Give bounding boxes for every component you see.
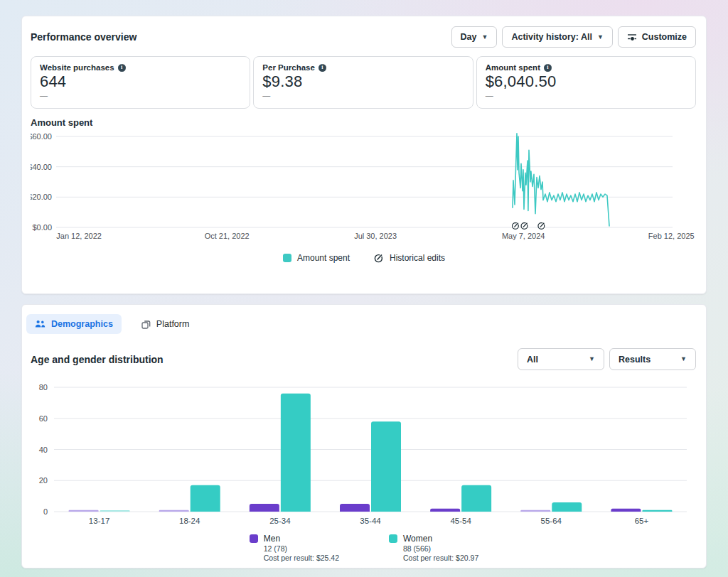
metric-delta: — — [40, 91, 241, 99]
activity-history-label: Activity history: All — [511, 32, 592, 42]
legend-men: Men 12 (78) Cost per result: $25.42 — [250, 534, 339, 562]
svg-text:55-64: 55-64 — [541, 517, 562, 525]
legend-label: Historical edits — [390, 253, 445, 263]
performance-overview-card: Performance overview Day ▼ Activity hist… — [21, 16, 707, 294]
svg-text:45-54: 45-54 — [450, 517, 471, 525]
day-dropdown[interactable]: Day ▼ — [451, 26, 498, 48]
svg-text:Jul 30, 2023: Jul 30, 2023 — [354, 232, 397, 240]
svg-text:65+: 65+ — [635, 517, 649, 525]
svg-text:20: 20 — [39, 476, 48, 485]
legend-name: Men — [264, 534, 339, 544]
svg-text:40: 40 — [39, 446, 48, 454]
svg-text:25-34: 25-34 — [269, 517, 291, 525]
performance-controls: Day ▼ Activity history: All ▼ Customize — [451, 26, 696, 48]
line-chart-title: Amount spent — [22, 109, 706, 128]
metric-label: Per Purchase — [262, 63, 315, 72]
chevron-down-icon: ▼ — [680, 356, 687, 362]
svg-text:$0.00: $0.00 — [32, 223, 52, 232]
legend-name: Women — [403, 534, 478, 544]
legend-historical-edits: Historical edits — [374, 253, 445, 263]
chevron-down-icon: ▼ — [597, 34, 604, 41]
tab-label: Demographics — [51, 319, 113, 329]
performance-title: Performance overview — [31, 31, 136, 43]
women-swatch — [389, 534, 397, 543]
breakdown-select[interactable]: All ▼ — [518, 348, 604, 370]
svg-text:Jan 12, 2022: Jan 12, 2022 — [56, 232, 102, 240]
customize-button[interactable]: Customize — [618, 26, 696, 48]
legend-cost: Cost per result: $25.42 — [264, 554, 339, 562]
metric-per-purchase[interactable]: Per Purchase i $9.38 — — [253, 56, 473, 109]
metric-label: Amount spent — [486, 63, 540, 72]
chevron-down-icon: ▼ — [589, 356, 595, 362]
legend-amount-spent: Amount spent — [283, 253, 350, 263]
metrics-row: Website purchases i 644 — Per Purchase i… — [22, 48, 706, 109]
demographics-filters: All ▼ Results ▼ — [518, 348, 696, 370]
metric-amount-spent[interactable]: Amount spent i $6,040.50 — — [476, 56, 696, 109]
age-gender-chart-svg: 02040608013-1718-2425-3435-4445-5455-646… — [31, 380, 699, 527]
svg-text:$40.00: $40.00 — [31, 163, 52, 171]
breakdown-select-value: All — [527, 355, 538, 365]
men-swatch — [250, 534, 258, 543]
svg-text:$60.00: $60.00 — [31, 132, 52, 141]
tab-platform[interactable]: Platform — [133, 314, 198, 334]
metric-label: Website purchases — [40, 63, 114, 72]
svg-text:Oct 21, 2022: Oct 21, 2022 — [205, 232, 250, 240]
legend-women: Women 88 (566) Cost per result: $20.97 — [389, 534, 478, 562]
svg-text:13-17: 13-17 — [89, 517, 109, 525]
amount-spent-swatch — [283, 254, 291, 262]
metric-delta: — — [262, 91, 464, 99]
demographics-title: Age and gender distribution — [31, 354, 164, 365]
historical-edit-icon — [374, 253, 384, 263]
customize-label: Customize — [642, 32, 687, 42]
activity-history-dropdown[interactable]: Activity history: All ▼ — [502, 26, 612, 48]
amount-spent-chart: $0.00$20.00$40.00$60.00Jan 12, 2022Oct 2… — [22, 128, 706, 247]
legend-stat: 88 (566) — [403, 544, 478, 553]
tab-label: Platform — [156, 319, 190, 329]
svg-text:80: 80 — [39, 383, 48, 392]
day-dropdown-label: Day — [461, 32, 477, 42]
metric-value: $9.38 — [262, 72, 464, 91]
customize-sliders-icon — [627, 32, 637, 42]
legend-label: Amount spent — [297, 253, 350, 263]
breakdown-tabs: Demographics Platform — [22, 305, 706, 334]
people-icon — [35, 320, 46, 328]
age-gender-chart: 02040608013-1718-2425-3435-4445-5455-646… — [22, 370, 706, 529]
metric-value: $6,040.50 — [486, 72, 687, 91]
metric-website-purchases[interactable]: Website purchases i 644 — — [31, 56, 250, 109]
line-chart-legend: Amount spent Historical edits — [22, 253, 706, 263]
svg-text:60: 60 — [39, 414, 48, 423]
svg-text:35-44: 35-44 — [360, 517, 381, 525]
svg-text:May 7, 2024: May 7, 2024 — [502, 232, 545, 240]
tab-demographics[interactable]: Demographics — [26, 314, 122, 334]
metric-select[interactable]: Results ▼ — [609, 348, 696, 370]
info-icon[interactable]: i — [318, 64, 326, 72]
metric-value: 644 — [40, 72, 241, 91]
demographics-card: Demographics Platform Age and gender dis… — [21, 304, 707, 568]
metric-delta: — — [486, 91, 687, 99]
performance-header: Performance overview Day ▼ Activity hist… — [22, 16, 706, 48]
bar-chart-legend: Men 12 (78) Cost per result: $25.42 Wome… — [22, 534, 706, 562]
info-icon[interactable]: i — [544, 64, 552, 72]
layers-icon — [141, 320, 151, 329]
svg-text:Feb 12, 2025: Feb 12, 2025 — [648, 232, 695, 240]
svg-text:0: 0 — [43, 507, 48, 516]
svg-text:$20.00: $20.00 — [31, 193, 52, 201]
metric-select-value: Results — [619, 355, 651, 365]
chevron-down-icon: ▼ — [482, 34, 488, 41]
info-icon[interactable]: i — [118, 64, 126, 72]
legend-stat: 12 (78) — [264, 544, 339, 553]
svg-text:18-24: 18-24 — [179, 517, 200, 525]
amount-spent-chart-svg: $0.00$20.00$40.00$60.00Jan 12, 2022Oct 2… — [31, 129, 699, 244]
legend-cost: Cost per result: $20.97 — [403, 554, 478, 562]
demographics-header: Age and gender distribution All ▼ Result… — [22, 334, 706, 370]
